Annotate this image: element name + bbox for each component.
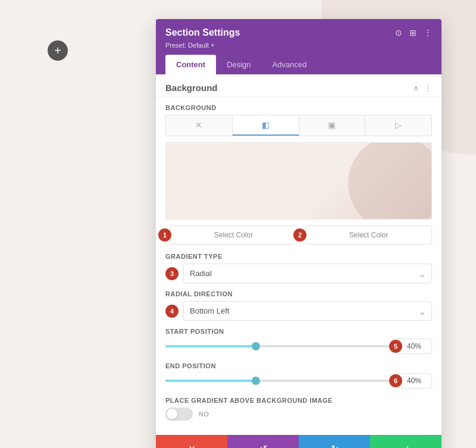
color-selector-1[interactable]: Select Color xyxy=(170,225,297,245)
image-icon: ▣ xyxy=(328,120,336,130)
collapse-icon[interactable]: ∧ xyxy=(413,83,419,93)
none-icon: ✕ xyxy=(195,120,202,130)
background-field-label: Background xyxy=(165,104,432,111)
cancel-icon: ✕ xyxy=(188,443,196,449)
place-gradient-toggle-row: NO xyxy=(165,408,432,421)
background-section-header: Background ∧ ⋮ xyxy=(156,74,441,97)
badge-2: 2 xyxy=(293,228,306,242)
preset-selector[interactable]: Preset: Default ▾ xyxy=(165,42,432,49)
badge-1: 1 xyxy=(158,228,171,242)
end-position-input-wrapper: 6 xyxy=(396,373,432,389)
badge-3: 3 xyxy=(165,267,178,280)
end-position-field: End Position 6 xyxy=(165,362,432,389)
undo-button[interactable]: ↺ xyxy=(227,435,299,448)
radial-direction-label: Radial Direction xyxy=(165,290,432,297)
panel-title: Section Settings xyxy=(165,27,240,38)
panel-body: Background ∧ ⋮ Background ✕ ◧ ▣ xyxy=(156,74,441,435)
bg-tab-image[interactable]: ▣ xyxy=(299,115,366,136)
start-position-slider-row: 5 xyxy=(165,339,432,354)
gradient-type-label: Gradient Type xyxy=(165,253,432,260)
gradient-preview xyxy=(165,142,432,220)
section-title: Background xyxy=(165,83,218,93)
toggle-knob xyxy=(167,409,177,419)
start-position-thumb[interactable] xyxy=(252,342,260,350)
start-position-track[interactable] xyxy=(165,345,392,347)
end-position-slider-row: 6 xyxy=(165,373,432,389)
preset-label: Preset: Default xyxy=(165,42,209,49)
bg-tab-none[interactable]: ✕ xyxy=(166,115,233,136)
gradient-type-field: Gradient Type 3 Radial Linear Conic xyxy=(165,253,432,283)
tab-advanced[interactable]: Advanced xyxy=(262,55,318,74)
color-1-label: Select Color xyxy=(214,231,253,239)
grid-icon[interactable]: ⊞ xyxy=(409,28,416,37)
section-settings-panel: Section Settings ⊙ ⊞ ⋮ Preset: Default ▾… xyxy=(156,19,441,448)
end-position-track[interactable] xyxy=(165,380,392,382)
end-position-label: End Position xyxy=(165,362,432,369)
panel-header-icons: ⊙ ⊞ ⋮ xyxy=(395,28,432,37)
background-type-tabs: ✕ ◧ ▣ ▷ xyxy=(165,115,432,136)
badge-5: 5 xyxy=(389,340,402,353)
color-selectors-row: 1 Select Color 2 Select Color xyxy=(165,225,432,245)
video-icon: ▷ xyxy=(395,120,402,130)
badge-4: 4 xyxy=(165,305,178,318)
plus-icon: + xyxy=(54,44,61,58)
toggle-state-label: NO xyxy=(199,411,209,418)
start-position-field: Start Position 5 xyxy=(165,328,432,354)
preset-arrow: ▾ xyxy=(211,42,214,48)
content-area: Background ✕ ◧ ▣ ▷ xyxy=(156,97,441,435)
start-position-fill xyxy=(165,345,256,347)
place-gradient-label: Place Gradient Above Background Image xyxy=(165,397,432,404)
color-selector-1-wrapper: 1 Select Color xyxy=(165,225,297,245)
color-2-label: Select Color xyxy=(349,231,388,239)
tab-design[interactable]: Design xyxy=(216,55,261,74)
bottom-toolbar: ✕ ↺ ↻ ✓ xyxy=(156,435,441,448)
add-button[interactable]: + xyxy=(48,40,68,61)
tab-bar: Content Design Advanced xyxy=(165,55,432,74)
place-gradient-toggle[interactable] xyxy=(165,408,193,421)
start-position-label: Start Position xyxy=(165,328,432,335)
gradient-icon: ◧ xyxy=(262,120,270,130)
save-icon: ✓ xyxy=(402,443,410,449)
panel-header-top: Section Settings ⊙ ⊞ ⋮ xyxy=(165,27,432,38)
panel-header: Section Settings ⊙ ⊞ ⋮ Preset: Default ▾… xyxy=(156,19,441,74)
redo-icon: ↻ xyxy=(331,443,339,449)
bg-tab-video[interactable]: ▷ xyxy=(365,115,431,136)
badge-6: 6 xyxy=(389,374,402,387)
end-position-thumb[interactable] xyxy=(252,377,260,385)
section-more-icon[interactable]: ⋮ xyxy=(424,83,432,93)
end-position-fill xyxy=(165,380,256,382)
color-selector-2[interactable]: Select Color xyxy=(305,225,432,245)
eye-icon[interactable]: ⊙ xyxy=(395,28,402,37)
cancel-button[interactable]: ✕ xyxy=(156,435,227,448)
redo-button[interactable]: ↻ xyxy=(299,435,370,448)
place-gradient-field: Place Gradient Above Background Image NO xyxy=(165,397,432,421)
radial-direction-select[interactable]: Bottom Left Center Top Left Top Right Bo… xyxy=(183,301,432,321)
bg-tab-gradient[interactable]: ◧ xyxy=(233,115,299,136)
color-selector-2-wrapper: 2 Select Color xyxy=(300,225,432,245)
radial-direction-field: Radial Direction 4 Bottom Left Center To… xyxy=(165,290,432,321)
preview-shape xyxy=(348,142,432,220)
more-icon[interactable]: ⋮ xyxy=(424,28,432,37)
section-header-icons: ∧ ⋮ xyxy=(413,83,432,93)
gradient-type-select[interactable]: Radial Linear Conic xyxy=(183,264,432,283)
save-button[interactable]: ✓ xyxy=(370,435,441,448)
start-position-input-wrapper: 5 xyxy=(396,339,432,354)
tab-content[interactable]: Content xyxy=(165,55,216,74)
undo-icon: ↺ xyxy=(259,443,267,449)
